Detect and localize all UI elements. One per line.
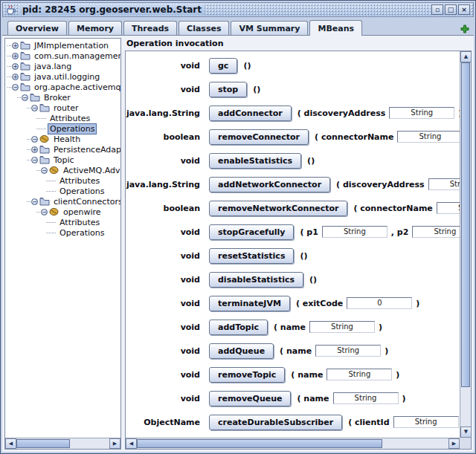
tree-connector-line [17,97,21,98]
tab-overview[interactable]: Overview [7,21,67,35]
params-empty-label: () [300,251,307,261]
param-field-discoveryaddress[interactable]: String [428,178,460,190]
tab-label: Classes [187,24,221,33]
folder-icon [39,145,50,154]
tab-mbeans[interactable]: MBeans [309,20,362,36]
tab-memory[interactable]: Memory [68,21,122,35]
tree-expand-handle-icon[interactable]: + [12,53,19,59]
tree-expand-handle-icon[interactable]: − [31,105,38,111]
tab-threads[interactable]: Threads [123,21,177,35]
scroll-right-button[interactable]: ▶ [448,438,460,449]
operation-button-removetopic[interactable]: removeTopic [209,367,285,383]
tree-node-operations[interactable]: Operations [5,227,120,238]
param-field-p1[interactable]: String [322,226,387,238]
tree-node-label: clientConnectors [52,197,120,207]
tree-node-label: Attributes [58,176,101,186]
scroll-left-button[interactable]: ◀ [126,438,137,449]
param-field-name[interactable]: String [327,369,392,380]
operation-button-disablestatistics[interactable]: disableStatistics [209,272,303,288]
param-field-connectorname[interactable]: String [437,202,460,214]
tree-expand-handle-icon[interactable]: − [41,167,48,174]
scrollbar-thumb[interactable] [137,439,382,448]
tree-connector-line [7,66,11,67]
tree-node-operations[interactable]: Operations [5,186,120,196]
operation-button-addqueue[interactable]: addQueue [209,343,274,359]
tree-expand-handle-icon[interactable]: + [12,63,19,70]
operation-params: () [307,156,315,166]
operation-row: boolean removeNetworkConnector ( connect… [126,201,460,215]
tree-node-jmimplementation[interactable]: + JMImplementation [5,40,120,51]
tree-node-operations[interactable]: Operations [5,123,120,134]
operation-row: java.lang.String addNetworkConnector ( d… [126,177,460,192]
tree-expand-handle-icon[interactable]: + [12,74,19,80]
tree-node-java-lang[interactable]: + java.lang [5,61,120,71]
title-bar[interactable]: pid: 28245 org.geoserver.web.Start ▫ □ × [2,2,474,17]
tree-node-org-apache-activemq[interactable]: − org.apache.activemq [5,82,120,92]
param-field-name[interactable]: String [309,321,375,333]
tree-expand-handle-icon[interactable]: − [31,157,38,163]
scroll-up-button[interactable]: ▲ [460,51,472,62]
scroll-left-button[interactable]: ◀ [5,438,16,449]
param-field-name[interactable]: String [333,392,399,404]
horizontal-scrollbar[interactable]: ◀ ▶ [126,438,460,449]
tree-expand-handle-icon[interactable]: − [31,198,38,205]
tree-node-router[interactable]: − router [5,103,120,113]
operation-button-stopgracefully[interactable]: stopGracefully [209,224,294,240]
param-field-p2[interactable]: String [412,226,460,238]
tree-node-label: PersistenceAdapter [52,145,120,155]
tree-expand-handle-icon[interactable]: − [41,209,48,215]
main-content: + JMImplementation + com.sun.management … [2,36,474,452]
scroll-right-button[interactable]: ▶ [109,438,120,449]
tab-classes[interactable]: Classes [178,21,229,35]
close-button[interactable]: × [458,4,470,15]
scroll-down-button[interactable]: ▼ [460,427,472,438]
tree-expand-handle-icon[interactable]: + [12,42,19,49]
tree-node-persistenceadapter[interactable]: + PersistenceAdapter [5,144,120,155]
tree-node-icon [49,207,60,216]
tree-expand-handle-icon[interactable]: − [31,136,38,143]
operation-button-createdurablesubscriber[interactable]: createDurableSubscriber [209,415,342,430]
operation-button-enablestatistics[interactable]: enableStatistics [209,153,301,169]
param-name-label: ( name [274,322,306,332]
param-field-exitcode[interactable]: 0 [347,297,412,309]
operation-button-removeconnector[interactable]: removeConnector [209,129,309,145]
operation-button-addtopic[interactable]: addTopic [209,320,268,335]
operation-params: () [309,275,317,285]
scrollbar-thumb[interactable] [16,439,70,448]
operation-params: () [300,251,307,261]
tab-vm-summary[interactable]: VM Summary [231,21,308,35]
tree-node-com-sun-management[interactable]: + com.sun.management [5,51,120,61]
tree-node-java-util-logging[interactable]: + java.util.logging [5,71,120,82]
operation-button-addconnector[interactable]: addConnector [209,106,292,121]
minimize-button[interactable]: ▫ [431,4,443,15]
tree-node-clientconnectors[interactable]: − clientConnectors [5,196,120,207]
tree-node-health[interactable]: − Health [5,134,120,144]
tree-expand-handle-icon[interactable]: + [31,146,38,153]
tree-node-attributes[interactable]: Attributes [5,217,120,227]
maximize-button[interactable]: □ [445,4,457,15]
operation-button-stop[interactable]: stop [209,82,247,97]
param-field-connectorname[interactable]: String [397,131,460,143]
tree-node-broker[interactable]: − Broker [5,92,120,103]
operation-button-gc[interactable]: gc [209,58,237,74]
tree-node-activemq-advisory[interactable]: − ActiveMQ.Advisory [5,165,120,175]
tree-horizontal-scrollbar[interactable]: ◀ ▶ [5,438,120,449]
param-field-clientid[interactable]: String [393,416,459,428]
operation-button-resetstatistics[interactable]: resetStatistics [209,248,294,264]
operation-button-removenetworkconnector[interactable]: removeNetworkConnector [209,201,347,216]
scrollbar-thumb[interactable] [461,62,470,387]
tree-expand-handle-icon[interactable]: − [12,84,19,91]
tree-node-attributes[interactable]: Attributes [5,175,120,186]
param-field-discoveryaddress[interactable]: String [389,107,454,119]
tree-node-attributes[interactable]: Attributes [5,113,120,123]
operation-button-removequeue[interactable]: removeQueue [209,391,291,406]
operation-button-terminatejvm[interactable]: terminateJVM [209,296,290,311]
tree-node-openwire[interactable]: − openwire [5,207,120,217]
tree-node-topic[interactable]: − Topic [5,155,120,165]
new-connection-plus-icon[interactable] [460,22,469,31]
param-field-name[interactable]: String [315,345,381,357]
operation-button-addnetworkconnector[interactable]: addNetworkConnector [209,177,330,192]
tree-expand-handle-icon[interactable]: − [22,94,28,101]
param-name-label: ( connectorName [353,204,432,213]
vertical-scrollbar[interactable]: ▲ ▼ [460,51,471,438]
